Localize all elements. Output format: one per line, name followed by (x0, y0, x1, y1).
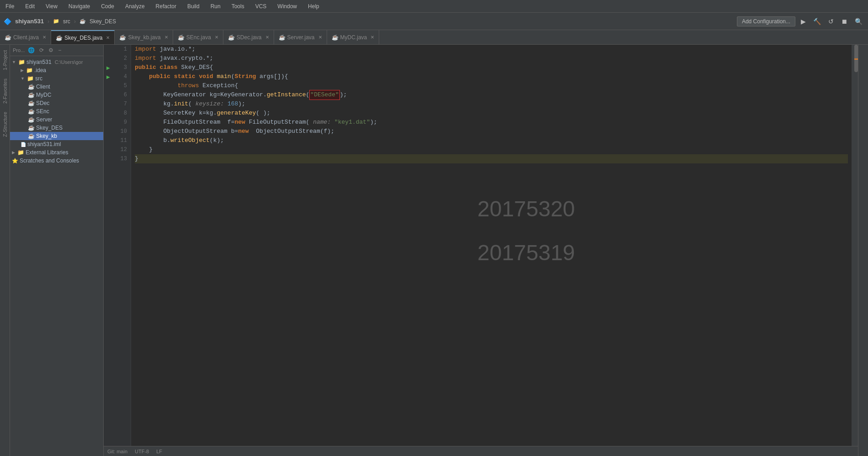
tree-item-senc[interactable]: ☕ SEnc (10, 107, 103, 115)
code-line-13: } (135, 154, 848, 163)
tab-close-sdec[interactable]: ✕ (265, 35, 269, 40)
tab-icon-server: ☕ (279, 34, 286, 41)
scratches-icon: ⭐ (12, 158, 18, 164)
stop-button[interactable]: ⏹ (839, 17, 849, 26)
tab-bar: ☕ Client.java ✕ ☕ Skey_DES.java ✕ ☕ Skey… (0, 30, 868, 45)
tab-structure[interactable]: Z-Structure (1, 108, 9, 141)
menu-window[interactable]: Window (275, 2, 299, 10)
right-vertical-tabs (858, 45, 868, 456)
gutter-4-run[interactable]: ▶ (106, 72, 110, 81)
tab-icon-skey-kb: ☕ (119, 34, 126, 41)
tree-item-skey-kb[interactable]: ☕ Skey_kb (10, 132, 103, 140)
tab-skey-kb-java[interactable]: ☕ Skey_kb.java ✕ (115, 30, 173, 44)
tree-item-skey-des[interactable]: ☕ Skey_DES (10, 124, 103, 132)
menu-build[interactable]: Build (185, 2, 201, 10)
menu-tools[interactable]: Tools (230, 2, 246, 10)
status-branch: Git: main (107, 449, 127, 454)
tree-label-sdec: SDec (36, 100, 49, 106)
tab-client-java[interactable]: ☕ Client.java ✕ (0, 30, 51, 44)
line-num-6: 6 (113, 90, 131, 100)
tab-icon-mydc: ☕ (332, 34, 339, 41)
num-168: 168 (228, 100, 238, 109)
var-b-11: b. (163, 136, 170, 145)
tab-skey-des-java[interactable]: ☕ Skey_DES.java ✕ (51, 30, 115, 44)
menu-help[interactable]: Help (306, 2, 321, 10)
tab-sdec-java[interactable]: ☕ SDec.java ✕ (223, 30, 274, 44)
tab-icon-client: ☕ (5, 34, 11, 41)
code-line-4: public static void main(String args[]){ (135, 72, 848, 81)
menu-analyze[interactable]: Analyze (123, 2, 147, 10)
add-configuration-button[interactable]: Add Configuration... (737, 16, 795, 26)
tree-path-root: C:\Users\gor (55, 59, 83, 65)
sidebar-collapse-button[interactable]: − (57, 47, 63, 54)
sidebar-settings-button[interactable]: ⚙ (47, 47, 55, 54)
menu-edit[interactable]: Edit (23, 2, 37, 10)
gutter-3-run[interactable]: ▶ (106, 63, 110, 72)
var-b-10: b= (231, 127, 238, 136)
code-line-10: ObjectOutputStream b=new ObjectOutputStr… (135, 127, 848, 136)
code-editor[interactable]: import java.io.*; import javax.crypto.*;… (131, 45, 852, 446)
tree-item-src[interactable]: ▼ 📁 src (10, 74, 103, 83)
tab-close-skey-des[interactable]: ✕ (106, 35, 110, 40)
class-fileoutputstream-9: FileOutputStream (249, 118, 306, 127)
menu-run[interactable]: Run (209, 2, 222, 10)
sidebar-sync-button[interactable]: ⟳ (38, 47, 45, 54)
tab-server-java[interactable]: ☕ Server.java ✕ (274, 30, 327, 44)
iml-file-icon: 📄 (21, 142, 26, 147)
line-num-8: 8 (113, 109, 131, 118)
tree-item-idea[interactable]: ▶ 📁 .idea (10, 66, 103, 74)
tree-item-server[interactable]: ☕ Server (10, 115, 103, 124)
tab-project[interactable]: 1-Project (1, 47, 9, 74)
keyword-new-10: new (238, 127, 256, 136)
tab-close-mydc[interactable]: ✕ (370, 35, 374, 40)
tab-label-skey-des: Skey_DES.java (64, 35, 102, 41)
tab-senc-java[interactable]: ☕ SEnc.java ✕ (173, 30, 223, 44)
bracket-4: []){ (274, 72, 288, 81)
tree-item-iml[interactable]: 📄 shiyan531.iml (10, 140, 103, 148)
code-line-12: } (135, 145, 848, 154)
update-button[interactable]: ↺ (826, 17, 836, 26)
tree-item-external-libraries[interactable]: ▶ 📁 External Libraries (10, 148, 103, 157)
build-button[interactable]: 🔨 (811, 17, 823, 26)
indent-8 (135, 109, 163, 118)
title-sep1: › (48, 18, 49, 25)
file-tree: ▼ 📁 shiyan531 C:\Users\gor ▶ 📁 .idea ▼ 📁… (10, 56, 103, 456)
menu-vcs[interactable]: VCS (254, 2, 269, 10)
tab-favorites[interactable]: 2-Favorites (1, 75, 9, 107)
tree-item-client[interactable]: ☕ Client (10, 83, 103, 91)
line-num-11: 11 (113, 136, 131, 145)
classname-3: Skey_DES (181, 63, 209, 72)
menu-refactor[interactable]: Refactor (154, 2, 178, 10)
class-objectoutputstream: ObjectOutputStream (256, 127, 320, 136)
tree-item-project-root[interactable]: ▼ 📁 shiyan531 C:\Users\gor (10, 58, 103, 66)
indent-10 (135, 127, 163, 136)
menu-view[interactable]: View (44, 2, 59, 10)
run-button[interactable]: ▶ (799, 17, 808, 26)
code-line-3: public class Skey_DES{ (135, 63, 848, 72)
tab-label-sdec: SDec.java (237, 34, 262, 41)
keyword-static-4: static (174, 72, 199, 81)
hint-keysize: keysize: (196, 100, 228, 109)
menu-code[interactable]: Code (99, 2, 116, 10)
paren-9b: ); (370, 118, 377, 127)
scrollbar[interactable] (852, 45, 858, 446)
line-num-1: 1 (113, 45, 131, 54)
string-key1: "key1.dat" (334, 118, 370, 127)
src-folder-icon: 📁 (53, 18, 59, 24)
keyword-public-4: public (149, 72, 174, 81)
sidebar-globe-button[interactable]: 🌐 (26, 47, 36, 54)
search-button[interactable]: 🔍 (853, 17, 864, 26)
tree-label-mydc: MyDC (36, 92, 51, 98)
tab-mydc-java[interactable]: ☕ MyDC.java ✕ (327, 30, 380, 44)
indent-5 (135, 81, 178, 90)
tree-item-sdec[interactable]: ☕ SDec (10, 99, 103, 107)
menu-file[interactable]: File (4, 2, 16, 10)
tab-close-server[interactable]: ✕ (318, 35, 322, 40)
tree-item-scratches[interactable]: ⭐ Scratches and Consoles (10, 157, 103, 165)
tab-close-client[interactable]: ✕ (42, 35, 46, 40)
tab-close-senc[interactable]: ✕ (215, 35, 218, 40)
menu-navigate[interactable]: Navigate (67, 2, 92, 10)
client-file-icon: ☕ (28, 84, 35, 90)
tab-close-skey-kb[interactable]: ✕ (164, 35, 168, 40)
tree-item-mydc[interactable]: ☕ MyDC (10, 91, 103, 99)
